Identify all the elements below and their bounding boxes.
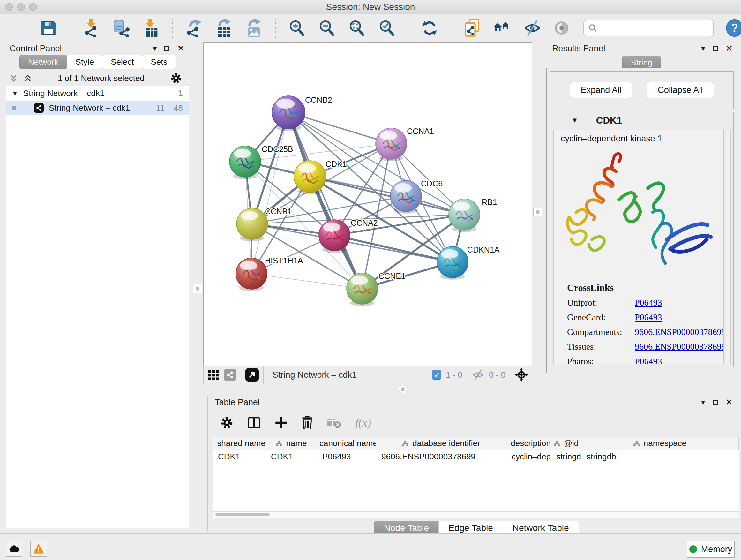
network-node-CCNA2[interactable]: CCNA2 xyxy=(319,219,378,253)
zoom-selected-button[interactable] xyxy=(378,18,396,38)
panel-float-icon[interactable] xyxy=(164,46,170,51)
tab-network[interactable]: Network xyxy=(19,55,67,69)
column-header-shared-name[interactable]: shared name xyxy=(213,437,266,449)
hide-selected-button[interactable] xyxy=(523,18,541,38)
right-splitter-handle[interactable] xyxy=(533,207,542,216)
column-header--id[interactable]: @id xyxy=(551,437,582,449)
grid-view-icon[interactable] xyxy=(207,369,219,381)
network-graph[interactable]: CCNB2CCNA1CDC25BCDK1CDC6RB1CCNB1CCNA2CDK… xyxy=(204,43,532,366)
zoom-in-button[interactable] xyxy=(288,18,306,38)
results-panel-title: Results Panel xyxy=(552,44,605,54)
select-columns-icon[interactable] xyxy=(247,417,261,429)
crosslink-row: Compartments:9606.ENSP00000378699 xyxy=(567,327,724,337)
panel-float-icon[interactable] xyxy=(713,46,718,51)
node-table[interactable]: shared namenamecanonical namedatabase id… xyxy=(212,437,739,518)
table-horizontal-scrollbar[interactable] xyxy=(213,511,739,517)
zoom-out-button[interactable] xyxy=(318,18,336,38)
hidden-eye-icon xyxy=(472,369,484,380)
export-image-button[interactable] xyxy=(245,18,263,38)
open-session-button[interactable] xyxy=(10,18,27,38)
column-header-database-identifier[interactable]: database identifier xyxy=(376,437,507,449)
network-node-CCNB1[interactable]: CCNB1 xyxy=(237,207,292,241)
collection-expand-icon[interactable]: ▼ xyxy=(12,90,18,97)
panel-close-icon[interactable]: ✕ xyxy=(177,44,185,53)
window-close-icon[interactable] xyxy=(5,3,13,11)
window-minimize-icon[interactable] xyxy=(17,3,25,11)
show-all-button[interactable] xyxy=(553,18,571,38)
crosslink-label: Compartments: xyxy=(567,327,635,337)
network-node-CCNA1[interactable]: CCNA1 xyxy=(376,127,434,161)
network-canvas[interactable]: CCNB2CCNA1CDC25BCDK1CDC6RB1CCNB1CCNA2CDK… xyxy=(203,43,532,366)
column-header-name[interactable]: name xyxy=(266,437,317,449)
gene-collapse-icon[interactable]: ▼ xyxy=(571,116,578,125)
save-session-button[interactable] xyxy=(40,18,57,38)
import-network-file-button[interactable] xyxy=(82,18,100,38)
tab-style[interactable]: Style xyxy=(67,55,103,69)
network-node-RB1[interactable]: RB1 xyxy=(449,198,497,232)
table-row[interactable]: CDK1CDK1P064939606.ENSP00000378699cyclin… xyxy=(213,450,739,463)
add-column-icon[interactable] xyxy=(275,416,287,429)
table-options-gear-icon[interactable] xyxy=(220,416,233,429)
column-header-canonical-name[interactable]: canonical name xyxy=(317,437,376,449)
first-neighbors-button[interactable] xyxy=(493,18,511,38)
global-search[interactable] xyxy=(583,20,714,37)
crosslink-link[interactable]: 9606.ENSP00000378699 xyxy=(635,327,724,337)
tab-select[interactable]: Select xyxy=(102,55,142,69)
panel-float-icon[interactable] xyxy=(713,400,718,405)
window-zoom-icon[interactable] xyxy=(29,3,37,11)
table-panel-title: Table Panel xyxy=(215,397,260,408)
network-node-CDC6[interactable]: CDC6 xyxy=(390,179,443,213)
network-node-CCNE1[interactable]: CCNE1 xyxy=(347,272,406,306)
crosslink-link[interactable]: P06493 xyxy=(635,312,662,322)
titlebar: Session: New Session xyxy=(0,0,741,14)
node-label-HIST1H1A: HIST1H1A xyxy=(265,256,303,265)
tab-sets[interactable]: Sets xyxy=(142,55,176,69)
collapse-all-networks-icon[interactable] xyxy=(10,74,18,82)
network-options-gear-icon[interactable] xyxy=(171,72,182,84)
crosslink-link[interactable]: P06493 xyxy=(635,356,662,364)
new-network-from-selection-button[interactable] xyxy=(463,18,481,38)
cloud-status-button[interactable] xyxy=(6,541,22,557)
zoom-fit-content-button[interactable] xyxy=(348,18,366,38)
network-view-title: String Network – cdk1 xyxy=(273,370,357,380)
panel-menu-icon[interactable]: ▾ xyxy=(701,398,705,406)
network-node-HIST1H1A[interactable]: HIST1H1A xyxy=(236,256,303,291)
scrollbar-thumb[interactable] xyxy=(215,513,270,516)
left-splitter-handle[interactable] xyxy=(193,284,202,293)
detach-view-icon[interactable] xyxy=(246,368,259,381)
warning-status-button[interactable] xyxy=(30,541,47,557)
selected-nodes-checkbox[interactable] xyxy=(432,370,441,380)
import-table-file-button[interactable] xyxy=(142,18,160,38)
results-scrollbar[interactable] xyxy=(726,130,731,364)
network-share-view-icon[interactable] xyxy=(224,369,236,381)
network-node-CCNB2[interactable]: CCNB2 xyxy=(272,96,332,131)
refresh-layout-button[interactable] xyxy=(421,18,439,38)
panel-menu-icon[interactable]: ▾ xyxy=(153,45,157,52)
bottom-splitter-handle[interactable] xyxy=(399,385,407,393)
question-mark-icon: ? xyxy=(731,21,738,35)
panel-close-icon[interactable]: ✕ xyxy=(725,398,733,407)
panel-close-icon[interactable]: ✕ xyxy=(725,44,733,53)
delete-table-icon xyxy=(327,417,341,428)
network-node-CDKN1A[interactable]: CDKN1A xyxy=(437,245,500,280)
collection-count: 1 xyxy=(179,88,183,98)
network-row[interactable]: String Network – cdk1 11 48 xyxy=(6,101,189,115)
crosslink-link[interactable]: 9606.ENSP00000378699 xyxy=(635,341,724,352)
import-network-database-button[interactable] xyxy=(112,18,130,38)
export-table-button[interactable] xyxy=(215,18,233,38)
panel-menu-icon[interactable]: ▾ xyxy=(701,45,705,52)
memory-button[interactable]: Memory xyxy=(687,541,735,558)
network-node-CDC25B[interactable]: CDC25B xyxy=(229,145,293,179)
crosslink-link[interactable]: P06493 xyxy=(635,298,662,308)
column-header-description[interactable]: description xyxy=(507,437,551,449)
expand-all-button[interactable]: Expand All xyxy=(569,82,633,98)
pan-crosshair-icon[interactable] xyxy=(515,368,528,381)
export-network-button[interactable] xyxy=(185,18,203,38)
delete-column-trash-icon[interactable] xyxy=(301,416,313,429)
help-button[interactable]: ? xyxy=(726,19,741,37)
collapse-all-button[interactable]: Collapse All xyxy=(647,82,714,98)
search-input[interactable] xyxy=(601,23,709,34)
network-collection-row[interactable]: ▼ String Network – cdk1 1 xyxy=(6,86,189,101)
expand-all-networks-icon[interactable] xyxy=(23,74,32,82)
column-header-namespace[interactable]: namespace xyxy=(582,437,739,449)
